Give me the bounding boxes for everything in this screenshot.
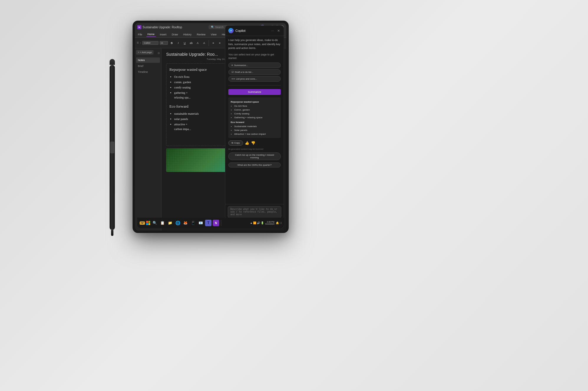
page-options-icon[interactable]: ☰ [137, 42, 139, 44]
surface-pen [109, 59, 115, 230]
copilot-controls: ··· ✕ [270, 28, 281, 33]
onenote-taskbar-icon[interactable]: N [213, 220, 219, 226]
thumbs-up-icon[interactable]: 👍 [245, 141, 249, 145]
phone-icon[interactable]: 📱 [190, 220, 196, 226]
menu-view[interactable]: View [210, 32, 218, 37]
search-placeholder: Search [215, 26, 224, 29]
onenote-icon: N [137, 25, 141, 29]
menu-file[interactable]: File [137, 32, 143, 37]
bullets-button[interactable]: ≡ [211, 40, 216, 46]
ribbon-divider [209, 40, 209, 46]
suggestion-draft[interactable]: ☑ Draft a to do list... [228, 69, 281, 75]
summary-item: Gathering + relaxing space [234, 116, 278, 119]
windows-logo-pane-blue [146, 223, 148, 225]
summary-section1-list: Oz-rich flora Comm. garden Comfy seating… [231, 104, 278, 119]
summary-item: Oz-rich flora [234, 104, 278, 108]
menu-draw[interactable]: Draw [171, 32, 179, 37]
suggestion-summarize[interactable]: ≡ Summarize... [228, 63, 281, 68]
copy-icon: ⧉ [232, 142, 233, 144]
clock-date: 5/14/2024 [265, 223, 274, 225]
copy-row: ⧉ Copy 👍 👎 [228, 140, 281, 146]
draft-label: Draft a to do list... [235, 71, 253, 73]
copilot-subtext: You can select text on your page to get … [228, 53, 281, 60]
taskbar: 78° 🔍 📋 📁 🌐 🦊 📱 📧 T N [137, 218, 284, 228]
prompt-chip-meeting[interactable]: Catch me up on the meeting I missed morn… [228, 152, 281, 160]
menu-history[interactable]: History [182, 32, 193, 37]
collapse-icon[interactable]: ↕ [140, 42, 141, 44]
copilot-close-button[interactable]: ✕ [276, 28, 281, 33]
app-title: Sustainable Upgrade: Rooftop [143, 26, 182, 29]
battery-icon[interactable]: 🔋 [261, 221, 264, 224]
tablet: N Sustainable Upgrade: Rooftop 🔍 Search … [133, 21, 289, 233]
thumbs-down-icon[interactable]: 👎 [251, 141, 255, 145]
pros-cons-label: List pros and cons... [236, 78, 257, 80]
suggestions-list: ≡ Summarize... ☑ Draft a to do list... ⟺… [228, 63, 281, 82]
copy-button[interactable]: ⧉ Copy [228, 140, 243, 146]
taskbar-separator [221, 220, 221, 226]
search-taskbar-icon[interactable]: 🔍 [151, 220, 158, 226]
weather-badge: 78° [140, 221, 145, 225]
chevron-up-icon[interactable]: ▲ [250, 221, 252, 224]
menu-home[interactable]: Home [146, 32, 156, 37]
prompt-chip-okrs[interactable]: What are the OKRs this quarter? [228, 162, 281, 167]
copilot-body: I can help you generate ideas, make to-d… [225, 36, 284, 204]
add-page-button[interactable]: + + Add page [136, 50, 153, 55]
sidebar-item-notes[interactable]: Notes [136, 58, 160, 63]
copilot-title: Copilot [235, 29, 270, 32]
summary-section2-list: Sustainable materials Solar panels Attra… [231, 125, 278, 136]
bold-button[interactable]: B [169, 40, 174, 46]
strikethrough-button[interactable]: ab [189, 40, 194, 46]
copilot-more-button[interactable]: ··· [270, 28, 275, 33]
summary-item: Solar panels [234, 129, 278, 132]
feedback-buttons: 👍 👎 [245, 141, 255, 145]
summary-section2-title: Eco forward [231, 121, 278, 124]
teams-icon[interactable]: T [205, 220, 212, 226]
windows-logo[interactable] [146, 221, 150, 225]
system-icons: ▲ 📶 🔊 🔋 [250, 221, 264, 224]
wifi-taskbar-icon[interactable]: 📶 [253, 221, 256, 224]
suggestion-pros-cons[interactable]: ⟺ List pros and cons... [228, 76, 281, 82]
sidebar-options-icon[interactable]: ⊙ [158, 52, 160, 55]
numbering-button[interactable]: ≡ [217, 40, 222, 46]
windows-logo-pane-green [148, 221, 151, 223]
font-size-selector[interactable]: 11 [160, 41, 168, 45]
summarize-active-label: Summarize [248, 91, 261, 93]
summary-item: Attractive + low carbon impact [234, 132, 278, 136]
edge-icon[interactable]: 🌐 [174, 220, 181, 226]
sidebar: + + Add page ⊙ Notes Brief Timeline [135, 48, 161, 231]
sidebar-item-brief[interactable]: Brief [136, 63, 160, 69]
clock-time: 2:30 PM [267, 221, 274, 223]
plus-icon: + [138, 51, 139, 54]
search-icon: 🔍 [211, 26, 214, 29]
copilot-panel: ✦ Copilot ··· ✕ I can help you generate … [225, 25, 284, 228]
font-selector[interactable]: Calibri [142, 41, 158, 45]
copilot-header: ✦ Copilot ··· ✕ [225, 26, 284, 36]
menu-insert[interactable]: Insert [159, 32, 168, 37]
draft-icon: ☑ [232, 71, 234, 73]
file-explorer-icon[interactable]: 📁 [167, 220, 173, 226]
copilot-input[interactable] [228, 206, 281, 218]
ai-disclaimer: AI-generated content may be incorrect [228, 148, 281, 150]
menu-review[interactable]: Review [196, 32, 207, 37]
summary-card: Repurpose wasted space Oz-rich flora Com… [228, 97, 281, 138]
notification-icon[interactable]: 🔔 [276, 221, 279, 224]
summarize-active-button[interactable]: Summarize [228, 89, 281, 95]
font-color-button[interactable]: A [201, 40, 207, 46]
copilot-logo: ✦ [228, 28, 234, 33]
firefox-icon[interactable]: 🦊 [182, 220, 189, 226]
italic-button[interactable]: I [176, 40, 181, 46]
sidebar-item-timeline[interactable]: Timeline [136, 69, 160, 75]
windows-logo-pane-yellow [148, 223, 151, 225]
task-view-icon[interactable]: 📋 [159, 220, 166, 226]
action-center-icon[interactable]: □ [280, 221, 282, 224]
underline-button[interactable]: U [182, 40, 187, 46]
email-icon[interactable]: 📧 [197, 220, 204, 226]
volume-icon[interactable]: 🔊 [257, 221, 260, 224]
highlight-button[interactable]: A [195, 40, 200, 46]
windows-logo-pane-red [146, 221, 148, 223]
add-page-label: + Add page [140, 51, 152, 54]
summary-item: Comfy seating [234, 112, 278, 116]
time-display[interactable]: 2:30 PM 5/14/2024 [265, 221, 274, 225]
main-area: + + Add page ⊙ Notes Brief Timeline Sust… [135, 48, 286, 231]
summarize-label: Summarize... [234, 64, 248, 67]
